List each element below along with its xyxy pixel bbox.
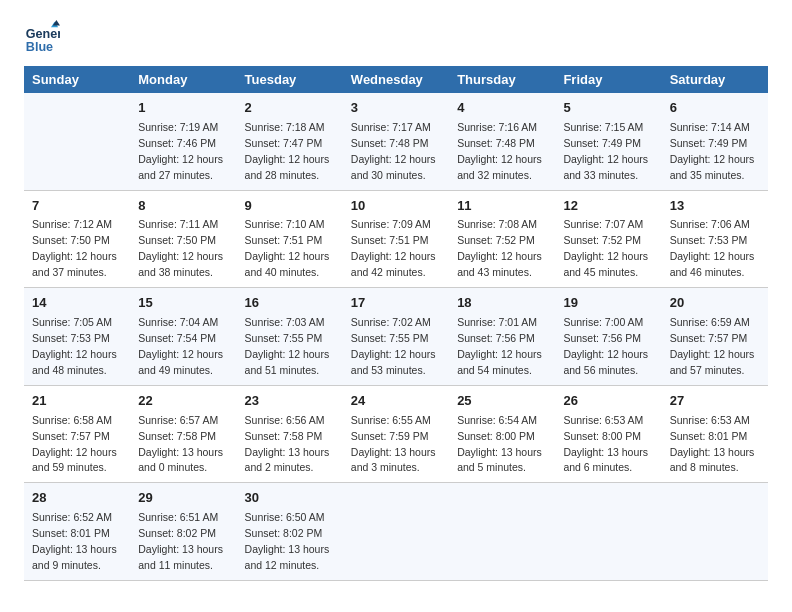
calendar-table: SundayMondayTuesdayWednesdayThursdayFrid… [24,66,768,581]
day-number: 25 [457,392,547,411]
calendar-cell: 21Sunrise: 6:58 AM Sunset: 7:57 PM Dayli… [24,385,130,483]
day-info: Sunrise: 7:19 AM Sunset: 7:46 PM Dayligh… [138,121,223,181]
day-info: Sunrise: 6:52 AM Sunset: 8:01 PM Dayligh… [32,511,117,571]
day-number: 2 [245,99,335,118]
day-info: Sunrise: 7:00 AM Sunset: 7:56 PM Dayligh… [563,316,648,376]
day-info: Sunrise: 7:03 AM Sunset: 7:55 PM Dayligh… [245,316,330,376]
header-thursday: Thursday [449,66,555,93]
day-info: Sunrise: 7:04 AM Sunset: 7:54 PM Dayligh… [138,316,223,376]
day-info: Sunrise: 6:51 AM Sunset: 8:02 PM Dayligh… [138,511,223,571]
day-number: 13 [670,197,760,216]
day-info: Sunrise: 6:50 AM Sunset: 8:02 PM Dayligh… [245,511,330,571]
calendar-cell: 24Sunrise: 6:55 AM Sunset: 7:59 PM Dayli… [343,385,449,483]
day-info: Sunrise: 6:56 AM Sunset: 7:58 PM Dayligh… [245,414,330,474]
day-number: 1 [138,99,228,118]
day-number: 5 [563,99,653,118]
calendar-week-row: 7Sunrise: 7:12 AM Sunset: 7:50 PM Daylig… [24,190,768,288]
calendar-cell [449,483,555,581]
header-tuesday: Tuesday [237,66,343,93]
logo: General Blue [24,20,64,56]
page-header: General Blue [24,20,768,56]
calendar-cell: 8Sunrise: 7:11 AM Sunset: 7:50 PM Daylig… [130,190,236,288]
day-info: Sunrise: 7:06 AM Sunset: 7:53 PM Dayligh… [670,218,755,278]
svg-text:Blue: Blue [26,40,53,54]
day-number: 17 [351,294,441,313]
day-info: Sunrise: 6:55 AM Sunset: 7:59 PM Dayligh… [351,414,436,474]
svg-marker-3 [53,20,60,25]
day-info: Sunrise: 6:54 AM Sunset: 8:00 PM Dayligh… [457,414,542,474]
calendar-cell: 30Sunrise: 6:50 AM Sunset: 8:02 PM Dayli… [237,483,343,581]
day-number: 28 [32,489,122,508]
calendar-cell: 9Sunrise: 7:10 AM Sunset: 7:51 PM Daylig… [237,190,343,288]
day-info: Sunrise: 7:01 AM Sunset: 7:56 PM Dayligh… [457,316,542,376]
day-info: Sunrise: 7:02 AM Sunset: 7:55 PM Dayligh… [351,316,436,376]
calendar-cell: 18Sunrise: 7:01 AM Sunset: 7:56 PM Dayli… [449,288,555,386]
day-number: 18 [457,294,547,313]
day-number: 20 [670,294,760,313]
header-monday: Monday [130,66,236,93]
day-number: 29 [138,489,228,508]
day-info: Sunrise: 7:09 AM Sunset: 7:51 PM Dayligh… [351,218,436,278]
day-number: 8 [138,197,228,216]
day-info: Sunrise: 7:12 AM Sunset: 7:50 PM Dayligh… [32,218,117,278]
calendar-cell: 17Sunrise: 7:02 AM Sunset: 7:55 PM Dayli… [343,288,449,386]
calendar-cell: 25Sunrise: 6:54 AM Sunset: 8:00 PM Dayli… [449,385,555,483]
day-info: Sunrise: 6:53 AM Sunset: 8:00 PM Dayligh… [563,414,648,474]
day-info: Sunrise: 6:57 AM Sunset: 7:58 PM Dayligh… [138,414,223,474]
day-info: Sunrise: 7:08 AM Sunset: 7:52 PM Dayligh… [457,218,542,278]
calendar-cell: 3Sunrise: 7:17 AM Sunset: 7:48 PM Daylig… [343,93,449,190]
calendar-week-row: 21Sunrise: 6:58 AM Sunset: 7:57 PM Dayli… [24,385,768,483]
day-number: 21 [32,392,122,411]
calendar-cell: 11Sunrise: 7:08 AM Sunset: 7:52 PM Dayli… [449,190,555,288]
day-number: 24 [351,392,441,411]
day-info: Sunrise: 7:07 AM Sunset: 7:52 PM Dayligh… [563,218,648,278]
day-info: Sunrise: 7:05 AM Sunset: 7:53 PM Dayligh… [32,316,117,376]
day-number: 10 [351,197,441,216]
calendar-cell: 28Sunrise: 6:52 AM Sunset: 8:01 PM Dayli… [24,483,130,581]
header-sunday: Sunday [24,66,130,93]
day-info: Sunrise: 7:17 AM Sunset: 7:48 PM Dayligh… [351,121,436,181]
day-number: 11 [457,197,547,216]
calendar-cell [24,93,130,190]
calendar-week-row: 1Sunrise: 7:19 AM Sunset: 7:46 PM Daylig… [24,93,768,190]
day-number: 23 [245,392,335,411]
day-info: Sunrise: 6:59 AM Sunset: 7:57 PM Dayligh… [670,316,755,376]
day-info: Sunrise: 7:10 AM Sunset: 7:51 PM Dayligh… [245,218,330,278]
day-number: 16 [245,294,335,313]
calendar-cell: 1Sunrise: 7:19 AM Sunset: 7:46 PM Daylig… [130,93,236,190]
calendar-header-row: SundayMondayTuesdayWednesdayThursdayFrid… [24,66,768,93]
calendar-cell: 23Sunrise: 6:56 AM Sunset: 7:58 PM Dayli… [237,385,343,483]
day-info: Sunrise: 7:15 AM Sunset: 7:49 PM Dayligh… [563,121,648,181]
calendar-cell: 27Sunrise: 6:53 AM Sunset: 8:01 PM Dayli… [662,385,768,483]
calendar-cell: 22Sunrise: 6:57 AM Sunset: 7:58 PM Dayli… [130,385,236,483]
calendar-week-row: 14Sunrise: 7:05 AM Sunset: 7:53 PM Dayli… [24,288,768,386]
calendar-cell: 4Sunrise: 7:16 AM Sunset: 7:48 PM Daylig… [449,93,555,190]
day-number: 4 [457,99,547,118]
day-info: Sunrise: 6:58 AM Sunset: 7:57 PM Dayligh… [32,414,117,474]
day-number: 14 [32,294,122,313]
day-info: Sunrise: 7:11 AM Sunset: 7:50 PM Dayligh… [138,218,223,278]
calendar-cell: 6Sunrise: 7:14 AM Sunset: 7:49 PM Daylig… [662,93,768,190]
calendar-cell: 12Sunrise: 7:07 AM Sunset: 7:52 PM Dayli… [555,190,661,288]
calendar-cell: 15Sunrise: 7:04 AM Sunset: 7:54 PM Dayli… [130,288,236,386]
header-wednesday: Wednesday [343,66,449,93]
calendar-cell [343,483,449,581]
day-info: Sunrise: 7:16 AM Sunset: 7:48 PM Dayligh… [457,121,542,181]
calendar-cell: 2Sunrise: 7:18 AM Sunset: 7:47 PM Daylig… [237,93,343,190]
calendar-cell: 7Sunrise: 7:12 AM Sunset: 7:50 PM Daylig… [24,190,130,288]
calendar-cell [555,483,661,581]
calendar-cell: 29Sunrise: 6:51 AM Sunset: 8:02 PM Dayli… [130,483,236,581]
day-info: Sunrise: 7:18 AM Sunset: 7:47 PM Dayligh… [245,121,330,181]
logo-icon: General Blue [24,20,60,56]
calendar-cell: 26Sunrise: 6:53 AM Sunset: 8:00 PM Dayli… [555,385,661,483]
day-number: 12 [563,197,653,216]
day-number: 3 [351,99,441,118]
day-number: 22 [138,392,228,411]
calendar-cell: 13Sunrise: 7:06 AM Sunset: 7:53 PM Dayli… [662,190,768,288]
calendar-cell: 14Sunrise: 7:05 AM Sunset: 7:53 PM Dayli… [24,288,130,386]
header-friday: Friday [555,66,661,93]
day-info: Sunrise: 6:53 AM Sunset: 8:01 PM Dayligh… [670,414,755,474]
day-number: 30 [245,489,335,508]
day-number: 27 [670,392,760,411]
day-number: 6 [670,99,760,118]
